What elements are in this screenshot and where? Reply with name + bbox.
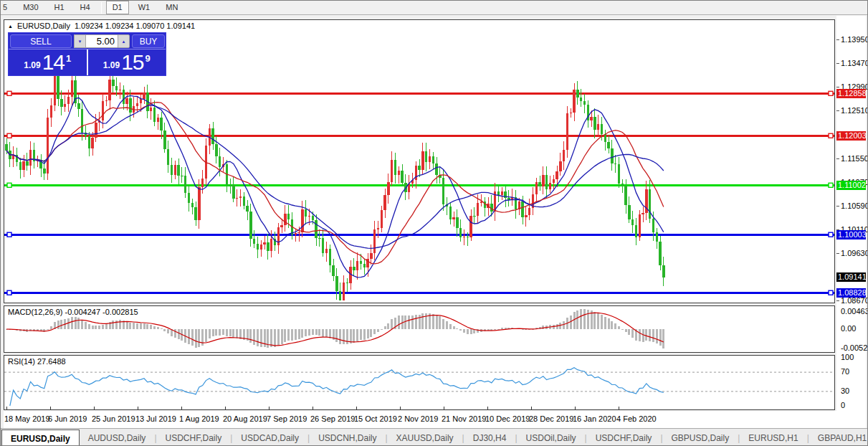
timeframe-button-5[interactable]: 5: [0, 1, 14, 14]
sell-price-small: 1.09: [24, 60, 40, 70]
date-label: 4 Feb 2020: [616, 414, 657, 423]
date-axis[interactable]: 18 May 20196 Jun 201925 Jun 201913 Jul 2…: [4, 411, 836, 428]
price-level-badge: 1.10003: [836, 230, 866, 239]
tab-xauusd-daily[interactable]: XAUUSD,Daily: [388, 429, 462, 446]
macd-panel[interactable]: MACD(12,26,9) -0.004247 -0.002815: [4, 305, 835, 353]
date-label: 21 Nov 2019: [442, 414, 486, 423]
date-label: 16 Jan 2020: [573, 414, 616, 423]
tab-eurusd-daily[interactable]: EURUSD,Daily: [1, 430, 80, 446]
date-label: 26 Sep 2019: [310, 414, 355, 423]
axis-tick: [836, 206, 839, 207]
line-handle[interactable]: [7, 183, 11, 187]
rsi-axis-label: 100: [841, 353, 854, 361]
price-level-badge: 1.11002: [836, 181, 866, 190]
moving-average-line: [6, 95, 664, 277]
macd-axis-label: -0.005299: [841, 343, 868, 352]
timeframe-button-m30[interactable]: M30: [16, 1, 44, 14]
timeframe-toolbar: 5M30H1H4D1W1MN: [1, 1, 868, 15]
chart-tab-bar: EURUSD,DailyAUDUSD,Daily|USDCHF,Daily|US…: [1, 428, 868, 446]
axis-tick: [836, 63, 839, 64]
toolbar-separator: [101, 2, 102, 14]
sell-price[interactable]: 1.09 14 1: [9, 49, 88, 75]
axis-tick: [836, 87, 839, 87]
line-handle[interactable]: [7, 290, 11, 295]
tab-usdcnh-daily[interactable]: USDCNH,Daily: [310, 429, 385, 446]
axis-tick: [836, 253, 839, 254]
date-label: 28 Dec 2019: [529, 414, 573, 423]
price-axis-label: 1.09630: [841, 249, 868, 257]
date-label: 1 Aug 2019: [179, 414, 219, 423]
buy-price[interactable]: 1.09 15 9: [88, 49, 166, 75]
macd-axis-label: 0.00463: [841, 307, 868, 315]
chart-title: ▲ EURUSD,Daily 1.09234 1.09234 1.09070 1…: [8, 22, 195, 30]
buy-price-big: 15: [121, 50, 143, 75]
rsi-axis-label: 30: [841, 386, 849, 395]
line-handle[interactable]: [829, 290, 833, 295]
buy-price-small: 1.09: [103, 60, 120, 70]
rsi-line: [10, 368, 664, 406]
main-chart-panel[interactable]: ▲ EURUSD,Daily 1.09234 1.09234 1.09070 1…: [4, 19, 835, 303]
line-handle[interactable]: [829, 91, 833, 95]
line-handle[interactable]: [7, 133, 11, 138]
price-axis-label: 1.13470: [841, 59, 868, 67]
timeframe-button-h1[interactable]: H1: [48, 1, 71, 14]
volume-decrease-button[interactable]: ▼: [74, 34, 86, 48]
date-label: 6 Jun 2019: [48, 414, 87, 423]
axis-tick: [836, 110, 839, 111]
timeframe-button-w1[interactable]: W1: [132, 1, 157, 14]
moving-average-line: [6, 103, 664, 264]
price-level-badge: 1.12858: [836, 89, 866, 98]
price-axis-label: 1.13950: [841, 35, 868, 44]
timeframe-button-mn[interactable]: MN: [159, 1, 184, 14]
collapse-triangle-icon[interactable]: ▲: [8, 24, 13, 29]
tab-gbpusd-daily[interactable]: GBPUSD,Daily: [663, 429, 738, 446]
date-label: 7 Sep 2019: [267, 414, 307, 423]
line-handle[interactable]: [7, 232, 11, 237]
timeframe-button-d1[interactable]: D1: [106, 1, 129, 14]
line-handle[interactable]: [829, 133, 833, 138]
tab-gbpaud-h1[interactable]: GBPAUD,H1: [809, 429, 868, 446]
tab-eurusd-h1[interactable]: EURUSD,H1: [740, 429, 806, 446]
date-label: 13 Jul 2019: [135, 414, 176, 423]
chart-title-ohlc: 1.09234 1.09234 1.09070 1.09141: [75, 22, 195, 30]
trade-panel-prices: 1.09 14 1 1.09 15 9: [9, 49, 166, 75]
tab-usdoil-daily[interactable]: USDOil,Daily: [518, 429, 585, 446]
volume-increase-button[interactable]: ▲: [118, 34, 130, 48]
chart-title-symbol: EURUSD,Daily: [17, 22, 70, 30]
volume-input[interactable]: [86, 34, 118, 48]
axis-tick: [836, 300, 839, 301]
line-handle[interactable]: [829, 183, 833, 187]
sell-button[interactable]: SELL: [10, 34, 72, 48]
buy-button[interactable]: BUY: [132, 34, 165, 48]
rsi-label: RSI(14) 27.6488: [8, 357, 66, 366]
tab-dj30-h4[interactable]: DJ30,H4: [464, 429, 515, 446]
line-handle[interactable]: [7, 91, 11, 95]
tab-usdcad-daily[interactable]: USDCAD,Daily: [232, 429, 307, 446]
price-level-badge: 1.12003: [836, 131, 866, 141]
rsi-panel[interactable]: RSI(14) 27.6488: [4, 355, 835, 410]
timeframe-button-h4[interactable]: H4: [74, 1, 97, 14]
price-axis[interactable]: 1.139501.134701.129901.125101.115501.110…: [836, 16, 866, 428]
rsi-axis-label: 0: [841, 401, 845, 409]
tab-audusd-daily[interactable]: AUDUSD,Daily: [80, 429, 155, 446]
buy-price-sup: 9: [146, 53, 151, 64]
price-axis-label: 1.12510: [841, 106, 868, 115]
spin-down-icon: ▼: [78, 39, 82, 44]
date-label: 20 Aug 2019: [223, 414, 267, 423]
price-level-badge: 1.08828: [836, 288, 866, 298]
moving-average-line: [6, 105, 664, 248]
tab-usdchf-daily[interactable]: USDCHF,Daily: [157, 429, 231, 446]
macd-signal-line: [6, 313, 664, 345]
spin-up-icon: ▲: [122, 39, 126, 44]
mt4-window: 5M30H1H4D1W1MN ▲ EURUSD,Daily 1.09234 1.…: [0, 0, 868, 446]
tab-usdchf-daily[interactable]: USDCHF,Daily: [587, 429, 661, 446]
rsi-axis-label: 70: [841, 367, 849, 376]
line-handle[interactable]: [829, 232, 833, 237]
macd-axis-label: 0.00: [841, 324, 856, 333]
date-label: 2 Nov 2019: [398, 414, 438, 423]
price-axis-label: 1.08670: [841, 296, 868, 305]
date-label: 25 Jun 2019: [92, 414, 135, 423]
macd-label: MACD(12,26,9) -0.004247 -0.002815: [8, 308, 138, 316]
one-click-trading-panel: SELL ▼ ▲ BUY 1.09 14 1 1.09 15: [8, 32, 166, 76]
sell-price-sup: 1: [66, 53, 71, 64]
